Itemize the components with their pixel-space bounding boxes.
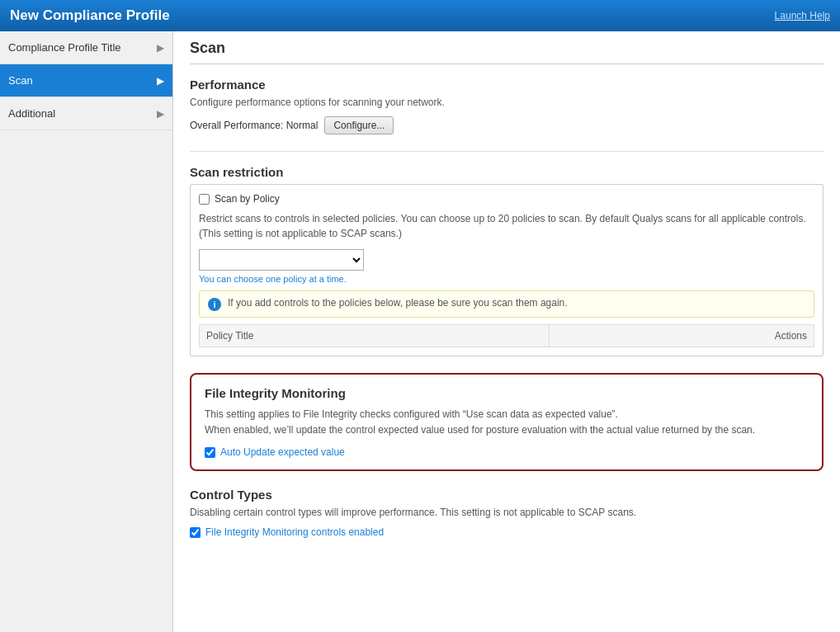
chevron-right-icon: ▶ bbox=[157, 75, 164, 87]
sidebar-item-label: Additional bbox=[8, 107, 55, 120]
fim-title: File Integrity Monitoring bbox=[205, 386, 809, 400]
fim-desc-line2: When enabled, we’ll update the control e… bbox=[205, 424, 755, 436]
sidebar-item-additional[interactable]: Additional ▶ bbox=[0, 97, 172, 130]
performance-desc: Configure performance options for scanni… bbox=[190, 97, 823, 108]
scan-by-policy-row: Scan by Policy bbox=[199, 193, 814, 205]
info-icon: i bbox=[208, 298, 221, 311]
policy-title-col-header: Policy Title bbox=[200, 325, 550, 347]
sidebar-item-compliance-profile-title[interactable]: Compliance Profile Title ▶ bbox=[0, 31, 172, 64]
control-types-title: Control Types bbox=[190, 488, 823, 502]
info-banner: i If you add controls to the policies be… bbox=[199, 290, 814, 318]
sidebar-item-label: Scan bbox=[8, 74, 33, 87]
auto-update-label[interactable]: Auto Update expected value bbox=[220, 446, 345, 458]
scan-restriction-title: Scan restriction bbox=[190, 165, 823, 179]
scan-restriction-box: Scan by Policy Restrict scans to control… bbox=[190, 184, 823, 356]
launch-help-link[interactable]: Launch Help bbox=[775, 10, 830, 21]
scan-by-policy-checkbox[interactable] bbox=[199, 194, 210, 205]
layout: Compliance Profile Title ▶ Scan ▶ Additi… bbox=[0, 31, 840, 632]
performance-title: Performance bbox=[190, 78, 823, 92]
chevron-right-icon: ▶ bbox=[157, 108, 164, 120]
control-types-desc: Disabling certain control types will imp… bbox=[190, 507, 823, 518]
main-content: Scan Performance Configure performance o… bbox=[173, 31, 840, 632]
fim-controls-label[interactable]: File Integrity Monitoring controls enabl… bbox=[205, 526, 384, 538]
performance-row: Overall Performance: Normal Configure... bbox=[190, 116, 823, 134]
sidebar: Compliance Profile Title ▶ Scan ▶ Additi… bbox=[0, 31, 173, 632]
policy-select[interactable] bbox=[199, 249, 364, 271]
performance-section: Performance Configure performance option… bbox=[190, 78, 823, 134]
scan-restriction-section: Scan restriction Scan by Policy Restrict… bbox=[190, 165, 823, 356]
configure-button[interactable]: Configure... bbox=[324, 116, 394, 134]
sidebar-item-label: Compliance Profile Title bbox=[8, 41, 121, 54]
overall-performance-label: Overall Performance: Normal bbox=[190, 120, 318, 131]
sidebar-item-scan[interactable]: Scan ▶ bbox=[0, 64, 172, 97]
fim-controls-row: File Integrity Monitoring controls enabl… bbox=[190, 526, 823, 538]
auto-update-row: Auto Update expected value bbox=[205, 446, 809, 458]
scan-restriction-desc: Restrict scans to controls in selected p… bbox=[199, 211, 814, 241]
header: New Compliance Profile Launch Help bbox=[0, 0, 840, 31]
app-title: New Compliance Profile bbox=[10, 7, 170, 24]
fim-controls-checkbox[interactable] bbox=[190, 527, 201, 538]
fim-section: File Integrity Monitoring This setting a… bbox=[190, 373, 823, 471]
policy-table: Policy Title Actions bbox=[199, 324, 814, 347]
chevron-right-icon: ▶ bbox=[157, 42, 164, 54]
policy-select-row bbox=[199, 249, 814, 271]
one-policy-label: You can choose one policy at a time. bbox=[199, 274, 814, 284]
actions-col-header: Actions bbox=[549, 325, 814, 347]
fim-desc-line1: This setting applies to File Integrity c… bbox=[205, 408, 618, 420]
scan-by-policy-label[interactable]: Scan by Policy bbox=[215, 193, 280, 205]
divider bbox=[190, 151, 823, 152]
page-title: Scan bbox=[190, 40, 823, 64]
auto-update-checkbox[interactable] bbox=[205, 447, 215, 458]
info-banner-text: If you add controls to the policies belo… bbox=[228, 297, 568, 309]
control-types-section: Control Types Disabling certain control … bbox=[190, 488, 823, 538]
fim-desc: This setting applies to File Integrity c… bbox=[205, 407, 809, 438]
